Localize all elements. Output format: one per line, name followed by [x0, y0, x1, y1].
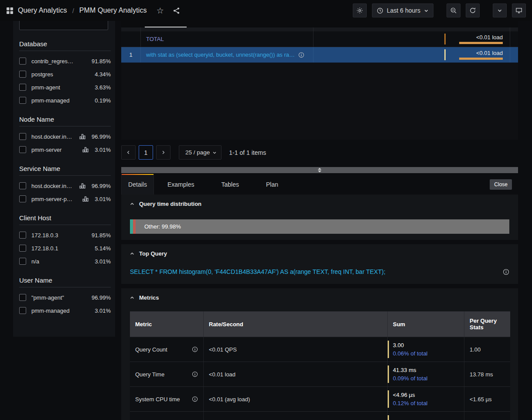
- filter-item[interactable]: n/a 3.01%: [19, 255, 111, 268]
- checkbox[interactable]: [19, 182, 26, 189]
- dashboards-grid-icon[interactable]: [6, 7, 14, 14]
- table-row-total[interactable]: TOTAL <0.01 load: [121, 31, 518, 47]
- table-header-cut: [121, 21, 518, 31]
- sum-percent-link[interactable]: 0.06% of total: [393, 350, 428, 357]
- load-cell: <0.01 load: [443, 31, 510, 47]
- info-icon[interactable]: [192, 371, 198, 377]
- zoom-out-button[interactable]: [447, 3, 460, 17]
- filter-item[interactable]: pmm-server 3.01%: [19, 143, 111, 156]
- dashboard-settings-button[interactable]: [353, 3, 367, 17]
- filter-item[interactable]: pmm-agent 3.63%: [19, 81, 111, 94]
- filter-label: 172.18.0.1: [31, 245, 89, 252]
- filter-item[interactable]: host.docker.in… 96.99%: [19, 130, 111, 143]
- sum-value: 41.33 ms: [393, 367, 428, 373]
- checkbox[interactable]: [19, 307, 26, 314]
- tab-tables[interactable]: Tables: [208, 174, 252, 195]
- page-size-label: 25 / page: [185, 149, 210, 156]
- close-button[interactable]: Close: [490, 179, 512, 190]
- checkbox[interactable]: [19, 195, 26, 202]
- filter-item[interactable]: 172.18.0.1 5.14%: [19, 242, 111, 255]
- filter-label: pmm-server: [31, 147, 77, 153]
- filter-item[interactable]: pmm-server-p… 3.01%: [19, 192, 111, 205]
- tab-examples[interactable]: Examples: [154, 174, 208, 195]
- prev-page-button[interactable]: [121, 145, 136, 160]
- per-query-value: <1.65 µs: [464, 387, 510, 411]
- page-number-button[interactable]: 1: [139, 145, 153, 160]
- info-icon[interactable]: [192, 346, 198, 352]
- metric-rate: <0.01 (avg load): [203, 387, 387, 411]
- info-icon[interactable]: [503, 269, 509, 275]
- filter-item[interactable]: pmm-managed 0.19%: [19, 94, 111, 107]
- metrics-table-header: Metric Rate/Second Sum Per Query Stats: [130, 311, 510, 337]
- chevron-up-icon: [130, 296, 134, 300]
- checkbox[interactable]: [19, 133, 26, 140]
- metrics-row: User CPU time <0.01 (avg load) <1.99 µs …: [130, 411, 510, 420]
- kiosk-mode-button[interactable]: [512, 3, 526, 17]
- checkbox[interactable]: [19, 71, 26, 78]
- checkbox[interactable]: [19, 146, 26, 153]
- sum-percent-link[interactable]: 0.12% of total: [393, 400, 428, 406]
- section-header[interactable]: Query time distribution: [130, 201, 509, 207]
- filter-item[interactable]: contrib_regres… 91.85%: [19, 55, 111, 68]
- filter-item[interactable]: host.docker.in… 96.99%: [19, 179, 111, 192]
- filter-item[interactable]: pmm-managed 3.01%: [19, 304, 111, 317]
- breadcrumb-section[interactable]: Query Analytics: [18, 7, 67, 14]
- checkbox[interactable]: [19, 294, 26, 301]
- sum-value: <4.96 µs: [393, 392, 428, 398]
- query-table-panel: TOTAL <0.01 load 1 with stat as (select …: [121, 21, 518, 140]
- filter-label: pmm-managed: [31, 97, 89, 104]
- query-text[interactable]: with stat as (select queryid, bucket, un…: [146, 51, 295, 58]
- metric-rate: <0.01 QPS: [203, 337, 387, 362]
- sum-percent-link[interactable]: 0.09% of total: [393, 375, 428, 382]
- tab-plan[interactable]: Plan: [252, 174, 292, 195]
- filter-percent: 3.01%: [95, 307, 111, 314]
- refresh-button[interactable]: [466, 3, 480, 17]
- filter-section-title: Node Name: [19, 116, 111, 123]
- breadcrumb-page: PMM Query Analytics: [79, 7, 147, 14]
- checkbox[interactable]: [19, 97, 26, 104]
- page-size-select[interactable]: 25 / page: [179, 145, 222, 160]
- toolbar: Last 6 hours: [353, 3, 526, 17]
- bar-chart-icon[interactable]: [79, 133, 85, 140]
- filter-item[interactable]: 172.18.0.3 91.85%: [19, 229, 111, 242]
- filter-item[interactable]: postgres 4.34%: [19, 68, 111, 81]
- bar-chart-icon[interactable]: [82, 196, 89, 202]
- sum-sparkline-tick: [388, 341, 389, 358]
- metrics-row: Query Count <0.01 QPS 3.00 0.06% of tota…: [130, 337, 510, 362]
- metric-name: System CPU time: [135, 396, 180, 403]
- tab-details[interactable]: Details: [121, 174, 154, 195]
- filter-percent: 4.34%: [95, 71, 111, 78]
- info-icon[interactable]: [298, 52, 304, 58]
- filter-percent: 5.14%: [95, 245, 111, 252]
- table-row[interactable]: 1 with stat as (select queryid, bucket, …: [121, 47, 518, 63]
- checkbox[interactable]: [19, 245, 26, 252]
- breadcrumb: Query Analytics / PMM Query Analytics ☆: [6, 7, 180, 15]
- checkbox[interactable]: [19, 258, 26, 265]
- filter-item[interactable]: "pmm-agent" 96.99%: [19, 291, 111, 304]
- metrics-table: Metric Rate/Second Sum Per Query Stats Q…: [130, 311, 510, 420]
- section-header[interactable]: Metrics: [130, 294, 509, 301]
- section-header[interactable]: Top Query: [130, 250, 509, 257]
- checkbox[interactable]: [19, 84, 26, 91]
- filter-percent: 3.01%: [95, 258, 111, 265]
- bar-chart-icon[interactable]: [79, 183, 85, 189]
- filter-label: host.docker.in…: [31, 183, 74, 189]
- refresh-interval-dropdown[interactable]: [493, 3, 507, 17]
- checkbox[interactable]: [19, 232, 26, 239]
- checkbox[interactable]: [19, 58, 26, 65]
- details-tabs: Details Examples Tables Plan Close: [121, 174, 518, 195]
- bar-chart-icon[interactable]: [82, 147, 89, 153]
- time-range-picker[interactable]: Last 6 hours: [372, 3, 433, 17]
- filter-search-input[interactable]: [19, 21, 108, 30]
- info-icon[interactable]: [192, 396, 198, 402]
- star-icon[interactable]: ☆: [157, 7, 164, 15]
- share-icon[interactable]: [173, 7, 180, 14]
- pagination: 1 25 / page 1-1 of 1 items: [121, 145, 266, 160]
- chevron-up-icon: [130, 202, 134, 206]
- filter-label: 172.18.0.3: [31, 232, 86, 239]
- next-page-button[interactable]: [156, 145, 171, 160]
- time-range-label: Last 6 hours: [387, 7, 420, 14]
- panel-resize-handle[interactable]: [121, 167, 518, 173]
- top-query-row: SELECT * FROM histogram(0, 'F44CD1B4B33A…: [130, 268, 509, 278]
- pagination-summary: 1-1 of 1 items: [229, 149, 266, 156]
